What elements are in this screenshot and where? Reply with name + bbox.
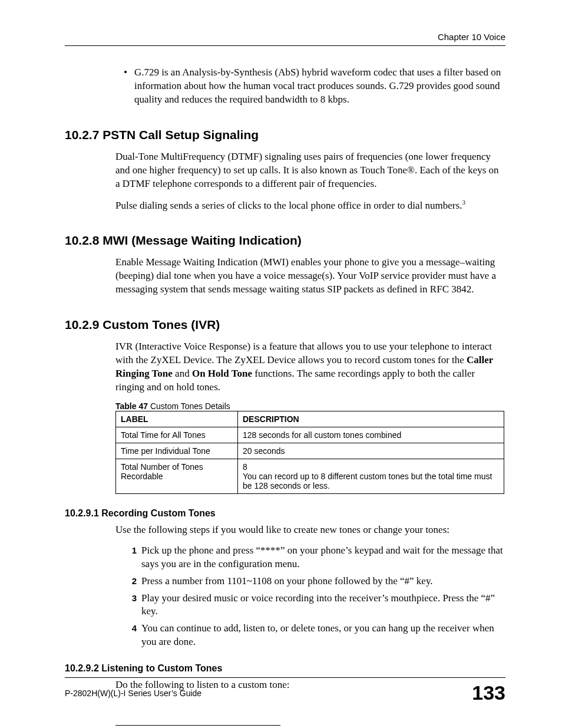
table-row: Total Time for All Tones 128 seconds for… [116, 427, 504, 443]
heading-10-2-9-2: 10.2.9.2 Listening to Custom Tones [65, 663, 505, 674]
table-header-row: LABEL DESCRIPTION [116, 411, 504, 427]
footer-rule [65, 677, 505, 678]
bullet-g729: • G.729 is an Analysis-by-Synthesis (AbS… [124, 66, 505, 107]
footnote-rule [115, 725, 280, 726]
bullet-dot: • [124, 66, 134, 107]
para-10-2-7-1: Dual-Tone MultiFrequency (DTMF) signalin… [115, 150, 505, 191]
step-item: Pick up the phone and press “****” on yo… [128, 544, 505, 571]
cell-label: Total Number of Tones Recordable [116, 459, 238, 493]
chapter-header: Chapter 10 Voice [65, 32, 505, 42]
txt-d: On Hold Tone [192, 368, 252, 379]
cell-desc: 8 You can record up to 8 different custo… [238, 459, 504, 493]
para-10-2-9-1-intro: Use the following steps if you would lik… [115, 523, 505, 537]
page-footer: P-2802H(W)(L)-I Series User’s Guide 133 [65, 677, 505, 704]
para-10-2-7-2-text: Pulse dialing sends a series of clicks t… [115, 199, 462, 210]
step-item: Play your desired music or voice recordi… [128, 592, 505, 619]
footnote-ref-3: 3 [462, 199, 465, 206]
header-rule [65, 45, 505, 46]
cell-label: Total Time for All Tones [116, 427, 238, 443]
step-item: Press a number from 1101~1108 on your ph… [128, 575, 505, 588]
heading-10-2-8: 10.2.8 MWI (Message Waiting Indication) [65, 233, 505, 248]
cell-label: Time per Individual Tone [116, 443, 238, 459]
heading-10-2-9-1: 10.2.9.1 Recording Custom Tones [65, 508, 505, 519]
heading-10-2-7: 10.2.7 PSTN Call Setup Signaling [65, 128, 505, 142]
txt-a: IVR (Interactive Voice Response) is a fe… [115, 341, 492, 365]
para-10-2-7-2: Pulse dialing sends a series of clicks t… [115, 198, 505, 213]
para-10-2-9-1: IVR (Interactive Voice Response) is a fe… [115, 340, 505, 394]
th-description: DESCRIPTION [238, 411, 504, 427]
document-page: Chapter 10 Voice • G.729 is an Analysis-… [0, 0, 562, 728]
table-47: LABEL DESCRIPTION Total Time for All Ton… [115, 411, 504, 494]
th-label: LABEL [116, 411, 238, 427]
table-caption-bold: Table 47 [115, 401, 148, 411]
para-10-2-8-1: Enable Message Waiting Indication (MWI) … [115, 256, 505, 297]
step-item: You can continue to add, listen to, or d… [128, 622, 505, 649]
table-47-caption: Table 47 Custom Tones Details [115, 401, 505, 411]
guide-name: P-2802H(W)(L)-I Series User’s Guide [65, 689, 201, 698]
cell-desc: 128 seconds for all custom tones combine… [238, 427, 504, 443]
footer-row: P-2802H(W)(L)-I Series User’s Guide 133 [65, 681, 505, 704]
txt-c: and [173, 368, 192, 379]
bullet-text: G.729 is an Analysis-by-Synthesis (AbS) … [134, 66, 505, 107]
table-caption-rest: Custom Tones Details [148, 401, 230, 411]
table-row: Total Number of Tones Recordable 8 You c… [116, 459, 504, 493]
table-row: Time per Individual Tone 20 seconds [116, 443, 504, 459]
heading-10-2-9: 10.2.9 Custom Tones (IVR) [65, 318, 505, 332]
cell-desc: 20 seconds [238, 443, 504, 459]
page-number: 133 [472, 681, 505, 704]
steps-recording: Pick up the phone and press “****” on yo… [128, 544, 505, 650]
